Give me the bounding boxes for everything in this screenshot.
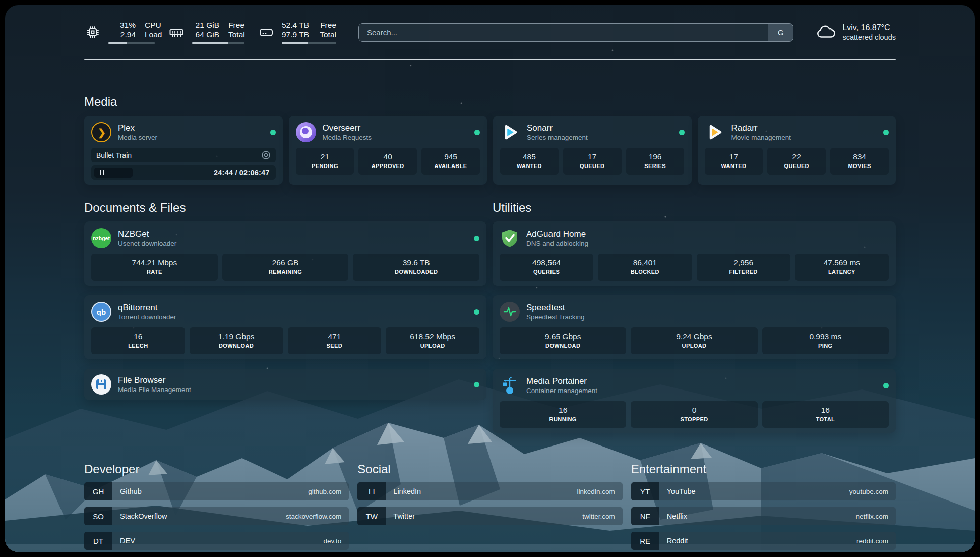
disk-total-label: Total <box>320 30 336 39</box>
search-provider-button[interactable]: G <box>768 24 793 41</box>
filebrowser-icon <box>91 374 111 395</box>
bookmark-group-developer: Developer GH Github github.com SO StackO… <box>84 462 349 550</box>
plex-icon: ❯ <box>91 122 111 142</box>
service-card-filebrowser[interactable]: File Browser Media File Management <box>84 369 486 400</box>
bookmark-dev[interactable]: DT DEV dev.to <box>84 532 349 550</box>
service-card-overseerr[interactable]: Overseerr Media Requests 21 PENDING 40 A… <box>289 116 487 185</box>
service-name: Sonarr <box>527 123 588 133</box>
service-subtitle: Media Requests <box>323 133 372 142</box>
stat-box: 498,564 QUERIES <box>500 254 593 281</box>
disk-widget: 52.4 TB Free 97.9 TB Total <box>258 20 336 44</box>
bookmark-group-entertainment: Entertainment YT YouTube youtube.com NF … <box>631 462 896 550</box>
stat-box: 22 QUEUED <box>767 148 826 175</box>
stat-box: 17 QUEUED <box>563 148 622 175</box>
pause-button[interactable] <box>94 168 133 178</box>
service-subtitle: Torrent downloader <box>118 313 176 321</box>
bookmark-linkedin[interactable]: LI LinkedIn linkedin.com <box>357 482 622 500</box>
sonarr-icon <box>500 122 520 142</box>
radarr-icon <box>705 122 725 142</box>
bookmark-youtube[interactable]: YT YouTube youtube.com <box>631 482 896 500</box>
now-playing-title: Bullet Train <box>96 151 132 159</box>
stat-box: 9.24 Gbps UPLOAD <box>631 327 757 354</box>
service-card-speedtest[interactable]: Speedtest Speedtest Tracking 9.65 Gbps D… <box>493 295 896 359</box>
cloud-icon <box>815 22 836 43</box>
status-dot <box>883 383 889 388</box>
section-title-media: Media <box>84 95 896 109</box>
playback-time: 24:44 / 02:06:47 <box>214 169 272 177</box>
memory-icon <box>168 24 185 41</box>
section-title-entertainment: Entertainment <box>631 462 896 476</box>
cpu-usage-label: CPU <box>145 20 161 30</box>
speedtest-icon <box>500 302 520 322</box>
cpu-progress-bar <box>108 42 155 44</box>
service-card-adguard[interactable]: AdGuard Home DNS and adblocking 498,564 … <box>493 221 896 286</box>
service-subtitle: Container management <box>526 386 597 395</box>
topbar-divider <box>84 59 896 60</box>
stat-box: 266 GB REMAINING <box>222 254 349 281</box>
disk-free-value: 52.4 TB <box>282 20 309 30</box>
section-media: Media ❯ Plex Media server <box>84 95 896 185</box>
service-subtitle: Series management <box>527 133 588 142</box>
search-input[interactable] <box>359 24 768 41</box>
bookmark-netflix[interactable]: NF Netflix netflix.com <box>631 507 896 525</box>
qbittorrent-icon: qb <box>91 302 111 322</box>
section-title-social: Social <box>357 462 622 476</box>
stat-box: 1.19 Gbps DOWNLOAD <box>190 327 283 354</box>
memory-free-label: Free <box>228 20 244 30</box>
status-dot <box>270 130 276 135</box>
service-name: Overseerr <box>323 123 372 133</box>
stat-box: 471 SEED <box>288 327 382 354</box>
disk-progress-bar <box>282 42 336 44</box>
service-name: Media Portainer <box>526 376 597 386</box>
status-dot <box>474 130 480 135</box>
search-bar: G <box>358 23 793 42</box>
stat-box: 47.569 ms LATENCY <box>795 254 889 281</box>
cpu-widget: 31% CPU 2.94 Load <box>84 20 155 44</box>
service-card-qbittorrent[interactable]: qb qBittorrent Torrent downloader 16 <box>84 295 486 359</box>
section-utilities: Utilities <box>493 201 896 433</box>
stat-box: 17 WANTED <box>705 148 763 175</box>
section-title-documents: Documents & Files <box>84 201 486 215</box>
player-row: 24:44 / 02:06:47 <box>91 165 276 180</box>
service-card-radarr[interactable]: Radarr Movie management 17 WANTED 22 QUE… <box>698 116 896 185</box>
bookmark-twitter[interactable]: TW Twitter twitter.com <box>357 507 622 525</box>
bookmark-reddit[interactable]: RE Reddit reddit.com <box>631 532 896 550</box>
memory-total-value: 64 GiB <box>192 30 219 39</box>
service-card-nzbget[interactable]: nzbget NZBGet Usenet downloader 744.21 M… <box>84 221 486 286</box>
stat-box: 16 LEECH <box>91 327 185 354</box>
bookmark-stackoverflow[interactable]: SO StackOverflow stackoverflow.com <box>84 507 349 525</box>
overseerr-icon <box>296 122 316 142</box>
status-dot <box>679 130 685 135</box>
service-card-plex[interactable]: ❯ Plex Media server Bullet Train <box>84 116 283 185</box>
bookmark-group-social: Social LI LinkedIn linkedin.com TW Twitt… <box>357 462 622 550</box>
weather-widget[interactable]: Lviv, 16.87°C scattered clouds <box>815 22 896 43</box>
memory-total-label: Total <box>228 30 245 39</box>
service-subtitle: DNS and adblocking <box>526 239 588 248</box>
portainer-icon <box>500 375 520 396</box>
nzbget-icon: nzbget <box>91 228 111 248</box>
section-documents: Documents & Files nzbget NZBGet Usenet d… <box>84 201 486 433</box>
stat-box: 0 STOPPED <box>631 401 757 428</box>
section-title-developer: Developer <box>84 462 349 476</box>
status-dot <box>474 309 479 315</box>
service-card-portainer[interactable]: Media Portainer Container management 16 … <box>493 369 896 433</box>
service-card-sonarr[interactable]: Sonarr Series management 485 WANTED 17 Q… <box>493 116 692 185</box>
stat-box: 39.6 TB DOWNLOADED <box>353 254 479 281</box>
cpu-load-label: Load <box>145 30 162 39</box>
disk-total-value: 97.9 TB <box>282 30 309 39</box>
service-subtitle: Movie management <box>731 133 791 142</box>
service-name: NZBGet <box>118 229 176 239</box>
disk-icon <box>258 24 275 41</box>
bookmark-github[interactable]: GH Github github.com <box>84 482 349 500</box>
service-subtitle: Usenet downloader <box>118 239 176 248</box>
top-bar: 31% CPU 2.94 Load <box>84 5 896 44</box>
weather-location-temp: Lviv, 16.87°C <box>842 22 896 33</box>
service-subtitle: Media File Management <box>118 385 191 394</box>
service-name: File Browser <box>118 375 191 385</box>
service-name: AdGuard Home <box>526 229 588 239</box>
service-name: Speedtest <box>526 302 585 313</box>
memory-free-value: 21 GiB <box>192 20 219 30</box>
memory-progress-bar <box>192 42 244 44</box>
status-dot <box>474 236 479 241</box>
service-name: Radarr <box>731 123 791 133</box>
